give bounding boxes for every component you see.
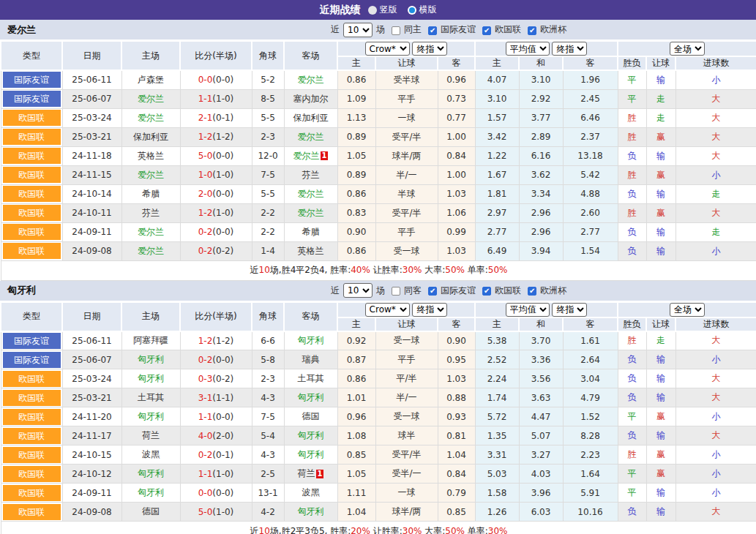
match-row: 欧国联24-09-11爱尔兰0-2(0-0)2-2希腊0.90平手0.992.7…: [1, 222, 756, 241]
halftime-score: (1-0): [212, 170, 233, 180]
nations-league-checkbox[interactable]: [482, 287, 491, 296]
final-odds-select-1[interactable]: 终指: [412, 42, 447, 56]
radio-horizontal-layout[interactable]: 横版: [408, 4, 437, 16]
same-venue-label: 同客: [404, 285, 422, 297]
avg-home-odds-cell: 1.81: [475, 184, 519, 203]
date-cell: 24-09-08: [62, 241, 121, 260]
full-match-select[interactable]: 全场: [670, 42, 705, 56]
home-team-cell: 匈牙利: [121, 369, 180, 388]
same-venue-checkbox[interactable]: [392, 26, 400, 35]
wdl-result-cell: 胜: [618, 165, 646, 184]
goals-result-cell: 小: [675, 445, 756, 465]
date-cell: 24-11-17: [62, 426, 121, 445]
euro-cup-checkbox[interactable]: [528, 26, 536, 35]
corner-cell: 5-5: [252, 108, 284, 127]
fulltime-score: 0-2: [198, 355, 213, 365]
date-cell: 24-11-18: [62, 146, 121, 165]
away-team-cell: 爱尔兰1: [284, 146, 337, 165]
avg-home-odds-cell: 1.67: [475, 165, 519, 184]
halftime-score: (1-0): [212, 94, 233, 104]
summary-segment: 20%: [351, 526, 370, 534]
away-team-cell: 匈牙利: [284, 426, 337, 445]
final-odds-select-2[interactable]: 终指: [552, 303, 587, 317]
wdl-result-cell: 胜: [618, 108, 646, 127]
wdl-result-cell: 负: [618, 146, 646, 165]
average-select[interactable]: 平均值: [506, 42, 550, 56]
league-type-cell: 国际友谊: [1, 331, 62, 350]
home-team-cell: 荷兰: [121, 426, 180, 445]
avg-draw-odds-cell: 2.96: [519, 222, 563, 241]
league-type-cell: 欧国联: [1, 388, 62, 407]
final-odds-select-2[interactable]: 终指: [552, 42, 587, 56]
friendly-checkbox[interactable]: [428, 26, 437, 35]
fulltime-score: 0-2: [198, 246, 213, 256]
asian-home-odds-cell: 0.96: [337, 407, 375, 426]
euro-cup-label: 欧洲杯: [540, 285, 566, 297]
avg-away-odds-cell: 2.64: [563, 350, 618, 369]
games-count-select[interactable]: 10: [343, 23, 373, 37]
away-team-cell: 保加利亚: [284, 108, 337, 127]
page-title: 近期战绩: [320, 4, 361, 17]
handicap-result-cell: 赢: [646, 465, 675, 484]
asian-away-odds-cell: 1.03: [438, 369, 475, 388]
euro-cup-checkbox[interactable]: [528, 287, 536, 296]
avg-away-odds-cell: 1.52: [563, 407, 618, 426]
friendly-checkbox[interactable]: [428, 287, 437, 296]
games-count-select[interactable]: 10: [343, 283, 373, 298]
asian-home-odds-cell: 0.86: [337, 70, 375, 89]
away-team-cell: 荷兰1: [284, 465, 337, 484]
asian-handicap-cell: 半/一: [375, 165, 438, 184]
match-row: 欧国联24-09-08德国5-0(1-0)4-2匈牙利1.04球半/两0.851…: [1, 503, 756, 522]
nations-league-checkbox[interactable]: [482, 26, 491, 35]
halftime-score: (1-1): [212, 393, 233, 403]
league-type-badge: 欧国联: [3, 224, 61, 240]
bookmaker-select[interactable]: Crow*: [365, 42, 410, 56]
score-cell: 0-3(0-2): [180, 369, 252, 388]
final-odds-select-1[interactable]: 终指: [412, 303, 447, 317]
goals-result-cell: 小: [675, 484, 756, 503]
asian-home-odds-cell: 0.86: [337, 369, 375, 388]
avg-draw-odds-cell: 3.70: [519, 331, 563, 350]
corner-cell: 2-3: [252, 369, 284, 388]
radio-icon[interactable]: [368, 6, 377, 15]
avg-draw-odds-cell: 3.77: [519, 108, 563, 127]
wdl-result-cell: 负: [618, 241, 646, 260]
same-venue-checkbox[interactable]: [392, 287, 400, 296]
home-team-cell: 匈牙利: [121, 350, 180, 369]
away-team-cell: 波黑: [284, 484, 337, 503]
date-cell: 24-09-11: [62, 484, 121, 503]
asian-away-odds-cell: 0.85: [438, 503, 475, 522]
full-match-select[interactable]: 全场: [670, 303, 705, 317]
asian-away-odds-cell: 0.90: [438, 331, 475, 350]
halftime-score: (1-0): [212, 469, 233, 479]
league-type-badge: 欧国联: [3, 167, 61, 183]
asian-home-odds-cell: 1.05: [337, 146, 375, 165]
halftime-score: (1-0): [212, 507, 233, 517]
home-team-cell: 匈牙利: [121, 484, 180, 503]
avg-home-odds-cell: 3.31: [475, 445, 519, 465]
league-type-badge: 欧国联: [3, 504, 61, 520]
score-cell: 3-1(1-1): [180, 388, 252, 407]
score-cell: 5-0(0-0): [180, 146, 252, 165]
bookmaker-select[interactable]: Crow*: [365, 303, 410, 317]
fulltime-score: 0-3: [198, 374, 213, 384]
avg-home-odds-cell: 1.22: [475, 146, 519, 165]
away-team-cell: 爱尔兰: [284, 70, 337, 89]
radio-vertical-layout[interactable]: 竖版: [368, 4, 397, 16]
league-type-cell: 欧国联: [1, 445, 62, 465]
average-select[interactable]: 平均值: [506, 303, 550, 317]
col-avg-away: 客: [563, 56, 618, 70]
avg-home-odds-cell: 4.07: [475, 70, 519, 89]
asian-away-odds-cell: 0.73: [438, 89, 475, 108]
avg-draw-odds-cell: 4.03: [519, 465, 563, 484]
average-group-header: 平均值 终指: [475, 41, 618, 56]
league-type-cell: 欧国联: [1, 407, 62, 426]
results-table-hungary: 类型 日期 主场 比分(半场) 角球 客场 Crow* 终指 平均值 终指 全场…: [0, 301, 756, 534]
avg-draw-odds-cell: 3.56: [519, 369, 563, 388]
col-avg-draw: 和: [519, 56, 563, 70]
avg-draw-odds-cell: 6.16: [519, 146, 563, 165]
record-summary: 近10场,胜2平3负5, 胜率:20% 让胜率:30% 大率:50% 单率:30…: [1, 522, 756, 534]
avg-home-odds-cell: 5.38: [475, 331, 519, 350]
red-card-badge: 1: [316, 470, 324, 478]
radio-icon[interactable]: [408, 6, 416, 15]
